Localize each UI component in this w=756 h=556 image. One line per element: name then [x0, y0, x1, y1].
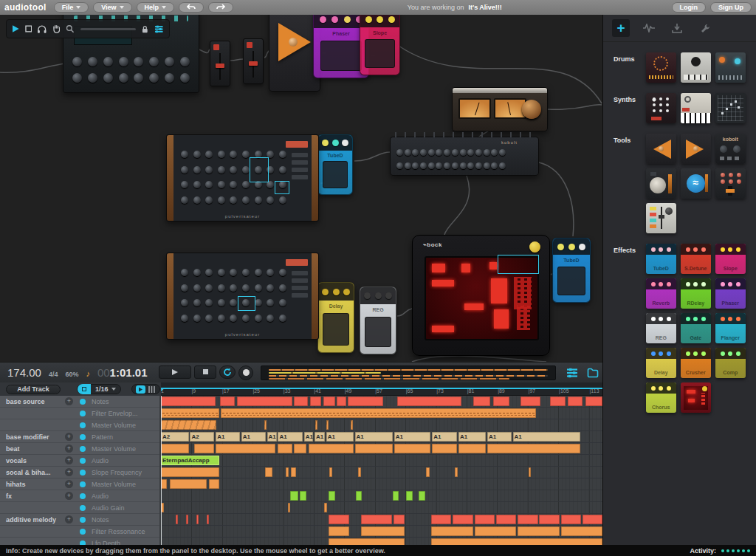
clip[interactable] [568, 397, 583, 406]
menu-file[interactable]: File [54, 2, 89, 13]
tab-add-devices[interactable]: + [612, 19, 630, 37]
clip[interactable]: A1 [394, 432, 431, 442]
clip[interactable] [329, 526, 349, 536]
track-color-dot[interactable] [80, 399, 86, 405]
clip[interactable]: A1 [216, 432, 240, 442]
clip[interactable] [358, 467, 361, 477]
track-param-name[interactable]: Audio [92, 492, 109, 500]
metronome-icon[interactable]: ♪ [86, 369, 90, 378]
palette-item-flanger[interactable]: Flanger [715, 313, 746, 343]
clip[interactable] [453, 515, 473, 524]
timeline-track-lane[interactable] [161, 467, 602, 478]
play-button[interactable] [159, 365, 191, 379]
track-group-name[interactable]: fx [6, 492, 12, 500]
clip[interactable] [351, 420, 353, 430]
clip[interactable]: A1 [278, 432, 302, 442]
track-group-name[interactable]: socal & biha... [6, 469, 51, 476]
add-automation-button[interactable]: + [65, 480, 73, 488]
clip[interactable] [493, 397, 509, 406]
blue-pedal-device[interactable]: TubeD [317, 134, 353, 195]
track-param-name[interactable]: Filter Ressonance [92, 528, 145, 535]
clip[interactable] [432, 444, 457, 453]
palette-item-bock-matrix[interactable] [681, 382, 711, 413]
palette-item-chorus[interactable]: Chorus [646, 382, 676, 413]
palette-item-keyboard-synth[interactable] [681, 93, 711, 123]
timeline-track-lane[interactable]: EternpadAccapp [161, 455, 602, 467]
timeline-track-lane[interactable] [161, 396, 602, 408]
timeline-ruler[interactable]: 1|9|17|25|33|41|49|57|65|73|81|89|97|105… [161, 382, 602, 396]
clip[interactable] [207, 515, 209, 524]
clip[interactable] [324, 503, 327, 512]
palette-item-machiniste[interactable] [646, 52, 676, 83]
clip[interactable] [315, 420, 317, 430]
white-pedal-device[interactable]: REG [360, 286, 396, 354]
add-automation-button[interactable]: + [65, 456, 73, 464]
stop-button[interactable] [194, 365, 216, 379]
tab-settings[interactable] [696, 19, 714, 37]
clip[interactable]: A2 [161, 432, 189, 442]
clip[interactable] [291, 467, 296, 477]
device-desktop[interactable]: PhaserSlopeTubeDDelayREGTubeDkoboltpulve… [0, 15, 602, 362]
clip[interactable] [286, 467, 289, 477]
clip[interactable] [161, 420, 216, 430]
timeline-track-lane[interactable] [161, 408, 602, 419]
track-param-name[interactable]: Notes [92, 398, 109, 405]
palette-item-rasselbock[interactable] [646, 203, 676, 233]
clip[interactable]: A2 [190, 432, 214, 442]
clip[interactable] [475, 526, 517, 536]
pulverisateur-device-1[interactable]: pulverisateur [166, 134, 319, 222]
palette-item-comp[interactable]: Comp [715, 348, 746, 378]
clip[interactable] [264, 420, 267, 430]
track-color-dot[interactable] [80, 411, 86, 416]
tube-pedal-device[interactable]: TubeD [552, 238, 591, 303]
undo-button[interactable] [179, 2, 204, 13]
clip[interactable] [355, 444, 393, 453]
clip[interactable] [216, 444, 275, 453]
palette-item-minimixer[interactable] [715, 168, 746, 199]
track-row[interactable]: fx+Audio [0, 490, 159, 502]
clip[interactable] [518, 526, 560, 536]
login-button[interactable]: Login [672, 2, 707, 13]
palette-item-tonematrix[interactable] [715, 93, 746, 123]
clip[interactable] [487, 444, 580, 453]
track-group-name[interactable]: base modifier [6, 433, 49, 441]
clip[interactable] [397, 397, 461, 406]
clip[interactable] [265, 467, 272, 477]
track-param-name[interactable]: Lfo Depth [92, 540, 120, 546]
clip[interactable]: A1 [487, 432, 512, 442]
bock-matrix-device[interactable]: ⌁bock [412, 235, 550, 356]
palette-item-centroid[interactable]: ≈ [681, 168, 711, 199]
track-row[interactable]: Filter Ressonance [0, 526, 159, 538]
track-color-dot[interactable] [80, 446, 86, 452]
add-automation-button[interactable]: + [65, 433, 73, 441]
add-track-button[interactable]: Add Track [6, 385, 61, 394]
palette-item-bassline[interactable] [646, 93, 676, 123]
timeline-track-lane[interactable] [161, 526, 602, 538]
palette-item-merger[interactable] [681, 134, 711, 164]
clip[interactable] [309, 444, 354, 453]
clip[interactable] [419, 491, 425, 501]
snap-control[interactable]: 1/16 [77, 384, 121, 394]
menu-view[interactable]: View [93, 2, 131, 13]
tab-import[interactable] [668, 19, 686, 37]
tab-samples[interactable] [640, 19, 658, 37]
clip[interactable]: A1 [267, 432, 277, 442]
clip[interactable] [161, 408, 219, 418]
clip[interactable] [361, 515, 392, 524]
clip[interactable]: A1 [513, 432, 580, 442]
palette-item-delay[interactable]: Delay [646, 348, 676, 378]
palette-item-tubed[interactable]: TubeD [646, 244, 676, 274]
track-row[interactable]: socal & biha...+Slope Frequency [0, 467, 159, 478]
playmarker-control[interactable] [131, 384, 160, 394]
clip[interactable] [161, 397, 216, 406]
clip[interactable] [329, 491, 335, 501]
track-param-name[interactable]: Slope Frequency [92, 469, 142, 476]
clip[interactable] [310, 397, 321, 406]
track-color-dot[interactable] [80, 458, 86, 464]
palette-item-beatbox[interactable] [681, 52, 711, 83]
track-group-name[interactable]: vocals [6, 457, 27, 464]
track-row[interactable]: Lfo Depth [0, 538, 159, 545]
palette-item-gramophone[interactable] [646, 168, 676, 199]
track-row[interactable]: vocals+Audio [0, 455, 159, 467]
time-signature[interactable]: 4/4 [49, 371, 58, 378]
